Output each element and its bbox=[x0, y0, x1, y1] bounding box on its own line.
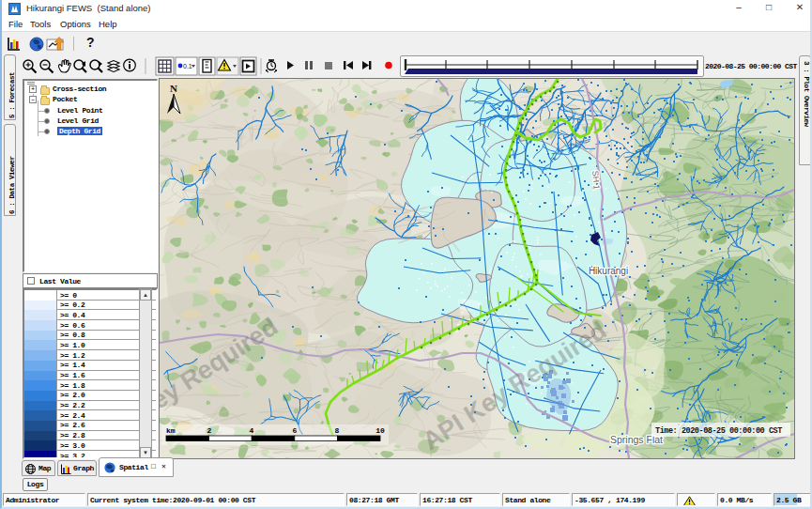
svg-text:N: N bbox=[170, 83, 177, 94]
svg-text:0.1: 0.1 bbox=[183, 63, 192, 69]
svg-text:10: 10 bbox=[375, 426, 385, 435]
svg-text:Time: 2020-08-25 00:00:00 CST: Time: 2020-08-25 00:00:00 CST bbox=[655, 426, 782, 436]
svg-text:6: 6 bbox=[293, 426, 298, 435]
svg-text:Hikurangi: Hikurangi bbox=[589, 266, 628, 276]
svg-text:SH 1: SH 1 bbox=[590, 170, 602, 190]
svg-text:4: 4 bbox=[250, 426, 254, 435]
svg-text:2: 2 bbox=[207, 426, 212, 435]
svg-text:3 : Plot Overview: 3 : Plot Overview bbox=[803, 61, 810, 128]
svg-text:km: km bbox=[166, 426, 176, 435]
svg-text:5 : Forecast: 5 : Forecast bbox=[8, 72, 16, 118]
svg-text:6 : Data Viewer: 6 : Data Viewer bbox=[8, 156, 16, 214]
svg-text:8: 8 bbox=[335, 426, 340, 435]
